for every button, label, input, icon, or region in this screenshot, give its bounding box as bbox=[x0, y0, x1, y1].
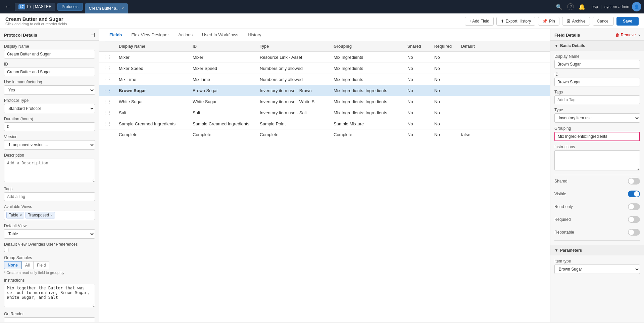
fields-table: Display Name ID Type Grouping Shared Req… bbox=[99, 41, 550, 140]
tab-fields[interactable]: Fields bbox=[105, 29, 127, 41]
id-input[interactable] bbox=[4, 68, 95, 76]
basic-details-section-header[interactable]: ▼ Basic Details bbox=[550, 41, 644, 51]
instructions-textarea[interactable]: Mix together the Butter that was set out… bbox=[4, 284, 95, 307]
active-tab[interactable]: Cream Butter a... × bbox=[85, 3, 128, 13]
table-row[interactable]: ⋮⋮ Mixer Mixer Resource Link - Asset Mix… bbox=[99, 52, 550, 63]
notification-icon[interactable]: 🔔 bbox=[579, 4, 585, 10]
tags-label: Tags bbox=[4, 187, 95, 191]
left-panel: Protocol Details ⊣ Display Name ID Use i… bbox=[0, 29, 99, 322]
rp-grouping-input[interactable] bbox=[554, 132, 640, 141]
table-row[interactable]: Complete Complete Complete Complete No N… bbox=[99, 129, 550, 140]
tab-actions[interactable]: Actions bbox=[174, 29, 197, 41]
table-row[interactable]: ⋮⋮ Sample Creamed Ingredients Sample Cre… bbox=[99, 118, 550, 129]
table-row-selected[interactable]: ⋮⋮ Brown Sugar Brown Sugar Inventory ite… bbox=[99, 85, 550, 96]
default-view-overrides-row: Default View Overrides User Preferences bbox=[4, 242, 95, 252]
toggle-readonly-row: Read-only bbox=[554, 202, 640, 211]
toggle-reportable-label: Reportable bbox=[554, 230, 574, 235]
cell-grouping: Sample Mixture bbox=[330, 118, 404, 129]
app-identifier[interactable]: L7 L7 | MASTER bbox=[15, 3, 55, 11]
default-view-overrides-label: Default View Overrides User Preferences bbox=[4, 242, 95, 247]
parameters-label: Parameters bbox=[560, 248, 582, 253]
fields-table-wrapper: Display Name ID Type Grouping Shared Req… bbox=[99, 41, 550, 322]
table-row[interactable]: ⋮⋮ White Sugar White Sugar Inventory ite… bbox=[99, 96, 550, 107]
rp-item-type-select[interactable]: Brown Sugar bbox=[554, 265, 640, 274]
tab-used-in-workflows[interactable]: Used In Workflows bbox=[197, 29, 243, 41]
add-field-button[interactable]: + Add Field bbox=[465, 17, 494, 26]
save-button[interactable]: Save bbox=[616, 17, 639, 26]
toggle-required[interactable] bbox=[628, 216, 640, 223]
tags-input[interactable] bbox=[4, 192, 95, 201]
app-icon: L7 bbox=[18, 4, 25, 9]
parameters-form: Item type Brown Sugar bbox=[550, 255, 644, 281]
close-tab-icon[interactable]: × bbox=[121, 6, 124, 11]
toggle-visible[interactable] bbox=[628, 191, 640, 197]
divider-2 bbox=[554, 240, 640, 241]
rp-instructions-textarea[interactable] bbox=[554, 150, 640, 170]
collapse-panel-icon[interactable]: ⊣ bbox=[91, 32, 95, 38]
group-samples-field-btn[interactable]: Field bbox=[33, 261, 49, 269]
th-grouping: Grouping bbox=[330, 41, 404, 52]
cell-shared: No bbox=[404, 74, 431, 85]
rp-display-name-input[interactable] bbox=[554, 60, 640, 69]
default-view-overrides-checkbox[interactable] bbox=[4, 248, 8, 252]
table-row[interactable]: ⋮⋮ Mix Time Mix Time Numbers only allowe… bbox=[99, 74, 550, 85]
toggle-reportable[interactable] bbox=[628, 229, 640, 236]
cell-id: Salt bbox=[189, 107, 256, 118]
tabs-bar: Fields Flex View Designer Actions Used I… bbox=[99, 29, 550, 41]
duration-input[interactable] bbox=[4, 122, 95, 131]
drag-handle-icon: ⋮⋮ bbox=[103, 121, 112, 126]
cell-display-name: White Sugar bbox=[115, 96, 189, 107]
drag-handle-icon: ⋮⋮ bbox=[103, 77, 112, 82]
tab-flex-view-designer[interactable]: Flex View Designer bbox=[127, 29, 174, 41]
cell-type: Numbers only allowed bbox=[256, 74, 330, 85]
toggle-readonly[interactable] bbox=[628, 203, 640, 210]
archive-button[interactable]: 🗄 Archive bbox=[562, 17, 590, 26]
protocol-type-select[interactable]: Standard Protocol bbox=[4, 104, 95, 113]
on-render-input[interactable] bbox=[4, 317, 95, 322]
cell-default bbox=[458, 52, 550, 63]
rp-type-select[interactable]: Inventory item use bbox=[554, 113, 640, 123]
rp-id-input[interactable] bbox=[554, 78, 640, 86]
protocols-nav-btn[interactable]: Protocols bbox=[57, 3, 83, 11]
cell-required: No bbox=[431, 52, 458, 63]
pin-button[interactable]: 📌 Pin bbox=[538, 17, 559, 26]
rp-instructions-label: Instructions bbox=[554, 145, 640, 149]
group-samples-none-btn[interactable]: None bbox=[4, 261, 21, 269]
instructions-row: Instructions Mix together the Butter tha… bbox=[4, 278, 95, 308]
tab-label: Cream Butter a... bbox=[89, 6, 119, 11]
cancel-button[interactable]: Cancel bbox=[593, 17, 614, 26]
use-in-manufacturing-select[interactable]: YesNo bbox=[4, 85, 95, 95]
table-row[interactable]: ⋮⋮ Mixer Speed Mixer Speed Numbers only … bbox=[99, 63, 550, 74]
version-select[interactable]: 1. unpinned version ... bbox=[4, 140, 95, 150]
group-samples-all-btn[interactable]: All bbox=[21, 261, 33, 269]
parameters-section-header[interactable]: ▼ Parameters bbox=[550, 245, 644, 255]
export-history-button[interactable]: ⬆ Export History bbox=[496, 17, 535, 26]
remove-field-button[interactable]: 🗑 Remove bbox=[615, 33, 636, 37]
toggle-shared[interactable] bbox=[628, 178, 640, 185]
cell-default bbox=[458, 107, 550, 118]
remove-table-view-icon[interactable]: × bbox=[20, 213, 22, 217]
cell-grouping: Mix Ingredients::Ingredients bbox=[330, 96, 404, 107]
default-view-select[interactable]: TableTransposed bbox=[4, 229, 95, 239]
table-row[interactable]: ⋮⋮ Salt Salt Inventory item use - Salt M… bbox=[99, 107, 550, 118]
view-tag-table[interactable]: Table × bbox=[6, 212, 24, 218]
search-icon[interactable]: 🔍 bbox=[556, 4, 562, 10]
display-name-input[interactable] bbox=[4, 50, 95, 58]
cell-type: Sample Point bbox=[256, 118, 330, 129]
avatar[interactable]: 👤 bbox=[632, 2, 641, 11]
cell-id: Brown Sugar bbox=[189, 85, 256, 96]
view-tag-transposed[interactable]: Transposed × bbox=[26, 212, 55, 218]
help-icon[interactable]: ? bbox=[567, 3, 574, 10]
tab-history[interactable]: History bbox=[243, 29, 266, 41]
back-button[interactable]: ← bbox=[3, 2, 13, 12]
user-locale: esp bbox=[591, 4, 598, 9]
cell-display-name: Salt bbox=[115, 107, 189, 118]
rp-item-type-row: Item type Brown Sugar bbox=[554, 259, 640, 274]
on-render-row: On Render bbox=[4, 312, 95, 322]
expand-panel-icon[interactable]: › bbox=[638, 32, 640, 38]
description-textarea[interactable] bbox=[4, 159, 95, 182]
rp-tags-input[interactable] bbox=[554, 95, 640, 104]
export-icon: ⬆ bbox=[501, 19, 504, 24]
cell-default bbox=[458, 74, 550, 85]
remove-transposed-view-icon[interactable]: × bbox=[50, 213, 52, 217]
